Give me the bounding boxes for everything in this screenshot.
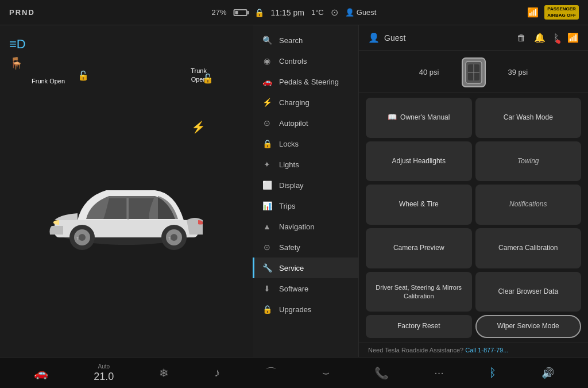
taskbar-temp[interactable]: Auto 21.0 bbox=[94, 363, 114, 383]
passenger-airbag-badge: PASSENGERAIRBAG OFF bbox=[544, 5, 579, 20]
charging-lightning-icon: ⚡ bbox=[191, 120, 206, 134]
nav-menu: 🔍 Search ◉ Controls 🚗 Pedals & Steering … bbox=[253, 25, 359, 357]
service-icon: 🔧 bbox=[262, 263, 272, 272]
prnd-display: PRND bbox=[9, 8, 35, 17]
left-tire-psi: 40 psi bbox=[419, 68, 439, 76]
car-view: ≡D 🪑 Frunk Open 🔓 TrunkOpen 🔓 ⚡ bbox=[0, 25, 253, 357]
nav-item-charging[interactable]: ⚡ Charging bbox=[253, 92, 358, 113]
wifi-icon: 📶 bbox=[527, 7, 539, 18]
taskbar-phone[interactable]: 📞 bbox=[374, 366, 389, 380]
status-bar: PRND 27% 🔒 11:15 pm 1°C ⊙ 👤 Guest 📶 PASS… bbox=[0, 0, 588, 25]
car-illustration: T T bbox=[37, 151, 215, 255]
nav-item-trips[interactable]: 📊 Trips bbox=[253, 195, 358, 216]
roadside-phone-link[interactable]: Call 1-877-79... bbox=[465, 347, 508, 354]
nav-item-pedals[interactable]: 🚗 Pedals & Steering bbox=[253, 71, 358, 92]
guest-person-icon: 👤 bbox=[368, 32, 380, 43]
driver-seat-button[interactable]: Driver Seat, Steering & Mirrors Calibrat… bbox=[366, 272, 472, 312]
nav-item-lights[interactable]: ✦ Lights bbox=[253, 154, 358, 175]
taskbar-music[interactable]: ♪ bbox=[214, 366, 220, 379]
safety-icon: ⊙ bbox=[262, 243, 272, 252]
fan-icon: ❄ bbox=[159, 366, 169, 380]
volume-icon: 🔊 bbox=[541, 367, 554, 379]
car-indicators: ≡D 🪑 bbox=[9, 37, 26, 70]
taskbar-wiper-rear[interactable]: ⌣ bbox=[322, 366, 330, 379]
wiper-rear-icon: ⌣ bbox=[322, 366, 330, 379]
guest-name-display: 👤 Guest bbox=[368, 32, 405, 43]
towing-button[interactable]: Towing bbox=[475, 141, 582, 182]
main-area: ≡D 🪑 Frunk Open 🔓 TrunkOpen 🔓 ⚡ bbox=[0, 25, 588, 357]
phone-icon: 📞 bbox=[374, 366, 389, 380]
svg-text:T: T bbox=[168, 236, 171, 241]
right-panel: 👤 Guest 🗑 🔔 ᛒ 📶 40 psi bbox=[359, 25, 588, 357]
right-tire-psi: 39 psi bbox=[508, 68, 528, 76]
factory-reset-button[interactable]: Factory Reset bbox=[366, 315, 472, 338]
nav-item-service[interactable]: 🔧 Service bbox=[253, 258, 358, 278]
tire-visual bbox=[451, 56, 497, 88]
nav-item-search[interactable]: 🔍 Search bbox=[253, 30, 358, 51]
car-wash-mode-button[interactable]: Car Wash Mode bbox=[475, 98, 582, 138]
car-icon: 🚗 bbox=[34, 366, 48, 380]
taskbar-volume[interactable]: 🔊 bbox=[541, 367, 554, 379]
book-icon: 📖 bbox=[388, 113, 397, 122]
trunk-icon: 🔓 bbox=[202, 73, 214, 84]
nav-item-safety[interactable]: ⊙ Safety bbox=[253, 237, 358, 258]
service-grid: 📖 Owner's Manual Car Wash Mode Adjust He… bbox=[359, 93, 588, 343]
upgrades-icon: 🔒 bbox=[262, 305, 272, 314]
frunk-label: Frunk Open bbox=[32, 77, 65, 86]
nav-item-navigation[interactable]: ▲ Navigation bbox=[253, 216, 358, 237]
taskbar-wiper-front[interactable]: ⌒ bbox=[265, 365, 277, 381]
wiper-service-mode-button[interactable]: Wiper Service Mode bbox=[475, 315, 582, 338]
frunk-icon: 🔓 bbox=[78, 70, 89, 81]
more-icon: ··· bbox=[434, 366, 444, 379]
wiper-front-icon: ⌒ bbox=[265, 365, 277, 381]
locks-icon: 🔒 bbox=[262, 139, 272, 148]
nav-item-upgrades[interactable]: 🔒 Upgrades bbox=[253, 299, 358, 320]
svg-point-4 bbox=[79, 234, 86, 241]
seatbelt-icon: 🪑 bbox=[9, 56, 26, 70]
notifications-button[interactable]: Notifications bbox=[475, 185, 582, 225]
camera-preview-button[interactable]: Camera Preview bbox=[366, 228, 472, 268]
clear-browser-button[interactable]: Clear Browser Data bbox=[475, 272, 582, 312]
lock-icon: 🔒 bbox=[254, 8, 264, 17]
nav-item-locks[interactable]: 🔒 Locks bbox=[253, 133, 358, 154]
taskbar-more[interactable]: ··· bbox=[434, 366, 444, 379]
adjust-headlights-button[interactable]: Adjust Headlights bbox=[366, 141, 472, 182]
software-icon: ⬇ bbox=[262, 284, 272, 293]
taskbar-car[interactable]: 🚗 bbox=[34, 366, 48, 380]
controls-icon: ◉ bbox=[262, 56, 272, 66]
bell-icon[interactable]: 🔔 bbox=[534, 32, 546, 43]
tire-pressure-section: 40 psi 39 psi bbox=[359, 51, 588, 93]
headlight-icon: ≡D bbox=[9, 37, 26, 52]
autopilot-icon: ⊙ bbox=[262, 118, 272, 128]
owners-manual-button[interactable]: 📖 Owner's Manual bbox=[366, 98, 472, 138]
guest-header-icons: 🗑 🔔 ᛒ 📶 bbox=[517, 32, 579, 43]
nav-item-software[interactable]: ⬇ Software bbox=[253, 278, 358, 299]
wifi-status-icon: 📶 bbox=[567, 32, 579, 43]
navigation-icon: ▲ bbox=[262, 222, 272, 231]
bluetooth-icon[interactable]: ᛒ bbox=[554, 33, 559, 43]
lights-icon: ✦ bbox=[262, 160, 272, 169]
music-icon: ♪ bbox=[214, 366, 220, 379]
tire-svg bbox=[451, 56, 497, 88]
nav-item-autopilot[interactable]: ⊙ Autopilot bbox=[253, 113, 358, 133]
guest-header: 👤 Guest 🗑 🔔 ᛒ 📶 bbox=[359, 25, 588, 51]
display-icon: ⬜ bbox=[262, 180, 272, 190]
nav-item-display[interactable]: ⬜ Display bbox=[253, 175, 358, 195]
charging-icon: ⚡ bbox=[262, 98, 272, 107]
wheel-tire-button[interactable]: Wheel & Tire bbox=[366, 185, 472, 225]
search-nav-icon: 🔍 bbox=[262, 36, 272, 45]
camera-calibration-button[interactable]: Camera Calibration bbox=[475, 228, 582, 268]
settings-icon[interactable]: ⊙ bbox=[331, 7, 338, 18]
svg-point-7 bbox=[171, 234, 177, 241]
time-display: 11:15 pm bbox=[271, 8, 304, 17]
trips-icon: 📊 bbox=[262, 201, 272, 210]
nav-item-controls[interactable]: ◉ Controls bbox=[253, 51, 358, 71]
taskbar-bluetooth-icon: ᛒ bbox=[489, 366, 496, 379]
delete-icon[interactable]: 🗑 bbox=[517, 33, 526, 43]
roadside-assistance: Need Tesla Roadside Assistance? Call 1-8… bbox=[359, 343, 588, 357]
battery-icon bbox=[234, 9, 247, 16]
svg-text:T: T bbox=[76, 236, 79, 241]
temp-display: 1°C bbox=[311, 8, 324, 17]
taskbar-bluetooth[interactable]: ᛒ bbox=[489, 366, 496, 379]
taskbar-fan[interactable]: ❄ bbox=[159, 366, 169, 380]
